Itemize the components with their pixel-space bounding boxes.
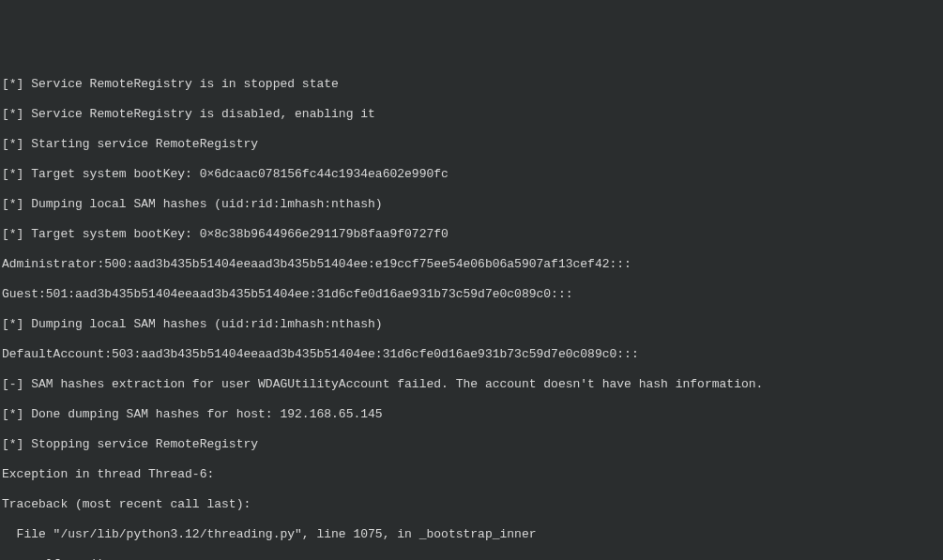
terminal-line: [*] Target system bootKey: 0×6dcaac07815… [2,167,941,182]
terminal-window[interactable]: [*] Service RemoteRegistry is in stopped… [2,62,941,560]
terminal-line: DefaultAccount:503:aad3b435b51404eeaad3b… [2,347,941,362]
terminal-line: [*] Dumping local SAM hashes (uid:rid:lm… [2,197,941,212]
terminal-line: Guest:501:aad3b435b51404eeaad3b435b51404… [2,287,941,302]
terminal-line: [*] Service RemoteRegistry is in stopped… [2,77,941,92]
terminal-line: [*] Done dumping SAM hashes for host: 19… [2,407,941,422]
terminal-line: File "/usr/lib/python3.12/threading.py",… [2,527,941,542]
terminal-line: [*] Service RemoteRegistry is disabled, … [2,107,941,122]
terminal-line: [*] Target system bootKey: 0×8c38b964496… [2,227,941,242]
terminal-line: [*] Stopping service RemoteRegistry [2,437,941,452]
terminal-line: [*] Starting service RemoteRegistry [2,137,941,152]
terminal-line: [-] SAM hashes extraction for user WDAGU… [2,377,941,392]
terminal-line: [*] Dumping local SAM hashes (uid:rid:lm… [2,317,941,332]
terminal-line: Administrator:500:aad3b435b51404eeaad3b4… [2,257,941,272]
terminal-line: Exception in thread Thread-6: [2,467,941,482]
terminal-line: Traceback (most recent call last): [2,497,941,512]
